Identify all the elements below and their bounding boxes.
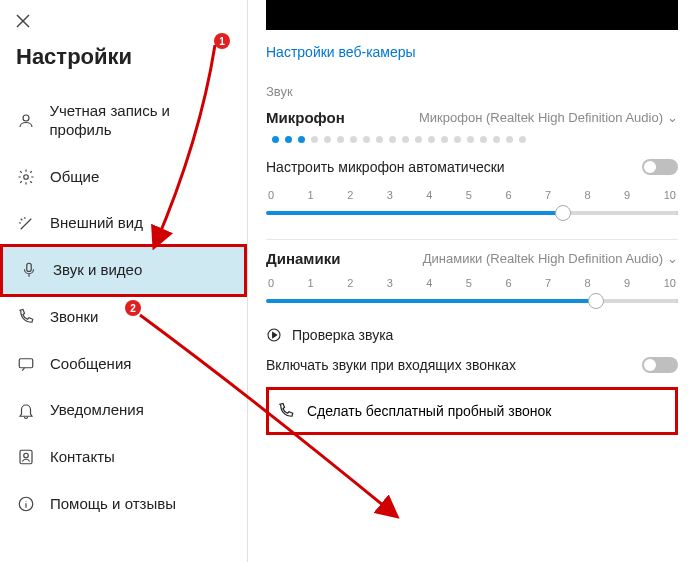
- sidebar-item-contacts[interactable]: Контакты: [0, 434, 247, 481]
- sound-test-button[interactable]: Проверка звука: [266, 327, 678, 343]
- sidebar-item-audio-video[interactable]: Звук и видео: [0, 244, 247, 297]
- video-preview: [266, 0, 678, 30]
- microphone-device-select[interactable]: Микрофон (Realtek High Definition Audio)…: [419, 110, 678, 125]
- settings-sidebar: Настройки Учетная запись и профиль Общие…: [0, 0, 248, 562]
- nav-label: Внешний вид: [50, 214, 143, 233]
- phone-icon: [16, 308, 36, 326]
- nav-label: Учетная запись и профиль: [49, 102, 231, 140]
- nav-label: Общие: [50, 168, 99, 187]
- sidebar-item-appearance[interactable]: Внешний вид: [0, 200, 247, 247]
- speakers-heading: Динамики: [266, 250, 340, 267]
- svg-rect-4: [27, 264, 32, 272]
- play-icon: [266, 327, 282, 343]
- nav-label: Звонки: [50, 308, 98, 327]
- nav-label: Уведомления: [50, 401, 144, 420]
- wand-icon: [16, 215, 36, 233]
- nav-label: Контакты: [50, 448, 115, 467]
- gear-icon: [16, 168, 36, 186]
- microphone-icon: [19, 261, 39, 279]
- chevron-down-icon: ⌄: [667, 251, 678, 266]
- auto-mic-toggle[interactable]: [642, 159, 678, 175]
- sidebar-item-messages[interactable]: Сообщения: [0, 341, 247, 388]
- speakers-device-select[interactable]: Динамики (Realtek High Definition Audio)…: [423, 251, 678, 266]
- sound-section-label: Звук: [266, 84, 678, 99]
- mic-volume-slider[interactable]: [266, 203, 678, 223]
- free-test-call-button[interactable]: Сделать бесплатный пробный звонок: [266, 387, 678, 435]
- nav-label: Звук и видео: [53, 261, 142, 280]
- incoming-sound-label: Включать звуки при входящих звонках: [266, 357, 516, 373]
- svg-point-2: [23, 115, 29, 121]
- free-call-label: Сделать бесплатный пробный звонок: [307, 403, 551, 419]
- info-icon: [16, 495, 36, 513]
- nav-label: Помощь и отзывы: [50, 495, 176, 514]
- sidebar-item-calls[interactable]: Звонки: [0, 294, 247, 341]
- speakers-scale: 012345678910: [266, 277, 678, 289]
- main-panel: Настройки веб-камеры Звук Микрофон Микро…: [248, 0, 696, 562]
- incoming-sound-toggle[interactable]: [642, 357, 678, 373]
- user-icon: [16, 112, 35, 130]
- message-icon: [16, 355, 36, 373]
- annotation-badge-2: 2: [125, 300, 141, 316]
- sidebar-item-account[interactable]: Учетная запись и профиль: [0, 88, 247, 154]
- svg-rect-5: [19, 359, 33, 368]
- microphone-device-name: Микрофон (Realtek High Definition Audio): [419, 110, 663, 125]
- annotation-badge-1: 1: [214, 33, 230, 49]
- sound-test-label: Проверка звука: [292, 327, 393, 343]
- sidebar-title: Настройки: [0, 36, 247, 88]
- microphone-heading: Микрофон: [266, 109, 345, 126]
- divider: [266, 239, 678, 240]
- close-button[interactable]: [0, 0, 247, 36]
- svg-rect-6: [20, 451, 32, 465]
- auto-mic-label: Настроить микрофон автоматически: [266, 159, 505, 175]
- speakers-volume-slider[interactable]: [266, 291, 678, 311]
- svg-point-3: [24, 175, 29, 180]
- mic-scale: 012345678910: [266, 189, 678, 201]
- sidebar-item-notifications[interactable]: Уведомления: [0, 387, 247, 434]
- nav-label: Сообщения: [50, 355, 131, 374]
- webcam-settings-link[interactable]: Настройки веб-камеры: [266, 36, 416, 78]
- phone-icon: [277, 402, 295, 420]
- bell-icon: [16, 402, 36, 420]
- sidebar-item-general[interactable]: Общие: [0, 154, 247, 201]
- contacts-icon: [16, 448, 36, 466]
- chevron-down-icon: ⌄: [667, 110, 678, 125]
- sidebar-item-help[interactable]: Помощь и отзывы: [0, 481, 247, 528]
- speakers-device-name: Динамики (Realtek High Definition Audio): [423, 251, 663, 266]
- microphone-level-dots: [272, 136, 678, 143]
- svg-point-7: [24, 454, 29, 459]
